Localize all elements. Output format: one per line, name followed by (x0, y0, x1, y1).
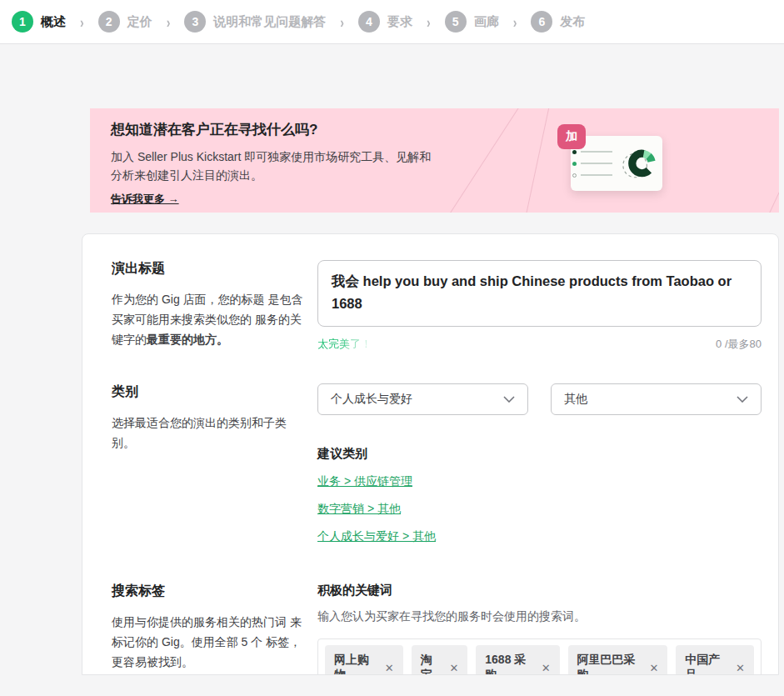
step-label: 发布 (560, 14, 585, 30)
positive-keywords-title: 积极的关键词 (317, 583, 762, 598)
suggested-category-link[interactable]: 业务 > 供应链管理 (317, 474, 412, 489)
tag-label: 阿里巴巴采购 (577, 653, 642, 675)
banner-title: 想知道潜在客户正在寻找什么吗? (111, 120, 779, 139)
tag-label: 中国产品 (685, 653, 727, 675)
category-description: 选择最适合您的演出的类别和子类别。 (112, 413, 306, 453)
tag-chip: 网上购物✕ (325, 645, 403, 675)
banner-description-line2: 分析来创建引人注目的演出。 (111, 168, 262, 182)
chevron-down-icon (737, 396, 748, 403)
step-5[interactable]: 5画廊 (445, 11, 499, 33)
tag-chip: 淘宝✕ (412, 645, 468, 675)
analytics-illustration: 加 (571, 136, 662, 191)
step-4[interactable]: 4要求 (358, 11, 412, 33)
remove-tag-icon[interactable]: ✕ (542, 663, 551, 673)
seller-plus-banner: 想知道潜在客户正在寻找什么吗? 加入 Seller Plus Kickstart… (90, 108, 779, 213)
step-number: 2 (98, 11, 120, 33)
category-select[interactable]: 个人成长与爱好 (317, 383, 528, 415)
step-1[interactable]: 1概述 (12, 11, 66, 33)
step-list: 1概述›2定价›3说明和常见问题解答›4要求›5画廊›6发布 (12, 11, 585, 33)
search-tags-description: 使用与你提供的服务相关的热门词 来标记你的 Gig。使用全部 5 个 标签，更容… (112, 612, 306, 672)
remove-tag-icon[interactable]: ✕ (649, 663, 658, 673)
step-label: 要求 (387, 14, 412, 30)
plus-badge: 加 (557, 124, 586, 149)
gig-title-input[interactable]: 我会 help you buy and ship Chinese product… (317, 260, 762, 327)
chevron-right-icon: › (167, 13, 171, 31)
category-row: 类别 选择最适合您的演出的类别和子类别。 个人成长与爱好 其他 (112, 383, 762, 544)
tell-me-more-link[interactable]: 告诉我更多 → (111, 192, 179, 207)
step-2[interactable]: 2定价 (98, 11, 152, 33)
step-label: 定价 (127, 14, 152, 30)
step-label: 说明和常见问题解答 (213, 14, 326, 30)
gig-creation-stepper: 1概述›2定价›3说明和常见问题解答›4要求›5画廊›6发布 (0, 0, 784, 44)
suggested-category-link[interactable]: 数字营销 > 其他 (317, 502, 401, 517)
positive-keywords-description: 输入您认为买家在寻找您的服务时会使用的搜索词。 (317, 609, 762, 624)
category-label: 类别 (112, 383, 306, 401)
step-number: 4 (358, 11, 380, 33)
search-tags-row: 搜索标签 使用与你提供的服务相关的热门词 来标记你的 Gig。使用全部 5 个 … (112, 583, 762, 675)
step-label: 概述 (41, 14, 66, 30)
tags-input-container[interactable]: 网上购物✕淘宝✕1688 采购✕阿里巴巴采购✕中国产品✕ (317, 638, 762, 675)
tag-label: 网上购物 (334, 653, 377, 675)
donut-chart-illustration (618, 143, 662, 184)
tag-label: 1688 采购 (485, 653, 532, 675)
gig-title-row: 演出标题 作为您的 Gig 店面，您的标题 是包含买家可能用来搜索类似您的 服务… (112, 260, 762, 352)
chevron-right-icon: › (513, 13, 517, 31)
gig-overview-form: 演出标题 作为您的 Gig 店面，您的标题 是包含买家可能用来搜索类似您的 服务… (82, 233, 779, 675)
step-number: 6 (531, 11, 552, 33)
step-number: 1 (12, 11, 33, 33)
character-counter: 0 /最多80 (716, 337, 762, 352)
gig-title-label: 演出标题 (112, 260, 306, 278)
list-illustration (572, 150, 612, 178)
tag-label: 淘宝 (421, 653, 442, 675)
subcategory-select[interactable]: 其他 (551, 383, 762, 415)
chevron-right-icon: › (80, 13, 84, 31)
chevron-right-icon: › (427, 13, 431, 31)
title-feedback-text: 太完美了！ (317, 337, 372, 352)
banner-description: 加入 Seller Plus Kickstart 即可独家使用市场研究工具、见解… (111, 148, 779, 184)
suggested-categories-list: 业务 > 供应链管理数字营销 > 其他个人成长与爱好 > 其他 (317, 474, 762, 544)
subcategory-select-value: 其他 (564, 392, 587, 407)
tag-chip: 中国产品✕ (676, 645, 754, 675)
gig-title-description: 作为您的 Gig 店面，您的标题 是包含买家可能用来搜索类似您的 服务的关键字的… (112, 289, 306, 349)
step-number: 5 (445, 11, 467, 33)
banner-description-line1: 加入 Seller Plus Kickstart 即可独家使用市场研究工具、见解… (111, 150, 431, 163)
step-3[interactable]: 3说明和常见问题解答 (184, 11, 326, 33)
tag-chip: 1688 采购✕ (476, 645, 559, 675)
remove-tag-icon[interactable]: ✕ (449, 663, 458, 673)
remove-tag-icon[interactable]: ✕ (385, 663, 394, 673)
remove-tag-icon[interactable]: ✕ (736, 663, 745, 673)
step-number: 3 (184, 11, 206, 33)
suggested-category-link[interactable]: 个人成长与爱好 > 其他 (317, 529, 436, 544)
tag-chip: 阿里巴巴采购✕ (568, 645, 668, 675)
chevron-right-icon: › (340, 13, 344, 31)
category-select-value: 个人成长与爱好 (331, 392, 412, 407)
search-tags-label: 搜索标签 (112, 583, 306, 600)
step-label: 画廊 (474, 14, 499, 30)
step-6[interactable]: 6发布 (531, 11, 585, 33)
chevron-down-icon (503, 396, 515, 403)
suggested-categories-title: 建议类别 (317, 446, 762, 462)
gig-title-description-bold: 最重要的地方。 (147, 333, 228, 346)
